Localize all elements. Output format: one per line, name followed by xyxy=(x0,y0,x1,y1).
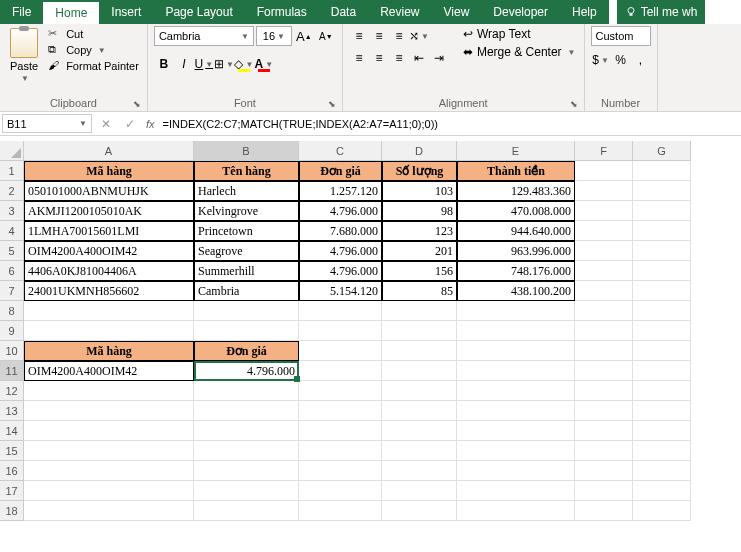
cell[interactable]: 123 xyxy=(382,221,457,241)
cell[interactable] xyxy=(457,381,575,401)
cell[interactable] xyxy=(299,321,382,341)
increase-indent-button[interactable]: ⇥ xyxy=(429,48,449,68)
col-header[interactable]: B xyxy=(194,141,299,161)
cell[interactable]: 201 xyxy=(382,241,457,261)
cell[interactable] xyxy=(24,501,194,521)
cell[interactable] xyxy=(457,321,575,341)
cell[interactable]: 156 xyxy=(382,261,457,281)
cell[interactable] xyxy=(24,461,194,481)
cell[interactable] xyxy=(382,341,457,361)
cell[interactable] xyxy=(299,401,382,421)
cell[interactable]: OIM4200A400OIM42 xyxy=(24,241,194,261)
wrap-text-button[interactable]: ↩Wrap Text xyxy=(461,26,578,42)
cell[interactable] xyxy=(575,321,633,341)
cell[interactable]: Seagrove xyxy=(194,241,299,261)
comma-format-button[interactable]: , xyxy=(631,50,651,70)
tab-data[interactable]: Data xyxy=(319,0,368,24)
cell[interactable] xyxy=(194,401,299,421)
row-header[interactable]: 5 xyxy=(0,241,24,261)
cell[interactable] xyxy=(633,261,691,281)
cell[interactable]: 1LMHA70015601LMI xyxy=(24,221,194,241)
dialog-launcher-icon[interactable]: ⬊ xyxy=(570,99,578,109)
cell[interactable] xyxy=(382,361,457,381)
cell[interactable]: AKMJI1200105010AK xyxy=(24,201,194,221)
row-header[interactable]: 2 xyxy=(0,181,24,201)
cell[interactable] xyxy=(457,421,575,441)
cell[interactable] xyxy=(382,441,457,461)
cell[interactable]: OIM4200A400OIM42 xyxy=(24,361,194,381)
cell[interactable] xyxy=(633,381,691,401)
cell[interactable] xyxy=(633,481,691,501)
cell[interactable]: 438.100.200 xyxy=(457,281,575,301)
enter-formula-button[interactable]: ✓ xyxy=(118,117,142,131)
cell[interactable] xyxy=(457,441,575,461)
copy-button[interactable]: ⧉Copy▼ xyxy=(46,42,141,58)
cell[interactable] xyxy=(575,161,633,181)
cell[interactable]: 85 xyxy=(382,281,457,301)
cell[interactable] xyxy=(575,241,633,261)
cell[interactable] xyxy=(633,461,691,481)
cancel-formula-button[interactable]: ✕ xyxy=(94,117,118,131)
cell[interactable]: 129.483.360 xyxy=(457,181,575,201)
cell[interactable] xyxy=(575,201,633,221)
merge-center-button[interactable]: ⬌Merge & Center▼ xyxy=(461,44,578,60)
cell[interactable] xyxy=(299,461,382,481)
percent-format-button[interactable]: % xyxy=(611,50,631,70)
cell[interactable] xyxy=(575,221,633,241)
align-left-button[interactable]: ≡ xyxy=(349,48,369,68)
cell[interactable] xyxy=(633,201,691,221)
cell[interactable] xyxy=(575,361,633,381)
cell[interactable] xyxy=(575,481,633,501)
tab-insert[interactable]: Insert xyxy=(99,0,153,24)
row-header[interactable]: 14 xyxy=(0,421,24,441)
cell[interactable] xyxy=(382,421,457,441)
cell[interactable] xyxy=(194,301,299,321)
row-header[interactable]: 4 xyxy=(0,221,24,241)
bold-button[interactable]: B xyxy=(154,54,174,74)
cell[interactable] xyxy=(299,381,382,401)
cell[interactable] xyxy=(457,301,575,321)
cell[interactable]: 748.176.000 xyxy=(457,261,575,281)
dialog-launcher-icon[interactable]: ⬊ xyxy=(133,99,141,109)
align-top-button[interactable]: ≡ xyxy=(349,26,369,46)
cell[interactable] xyxy=(457,341,575,361)
row-header[interactable]: 12 xyxy=(0,381,24,401)
cell[interactable]: 4.796.000 xyxy=(299,261,382,281)
tab-review[interactable]: Review xyxy=(368,0,431,24)
cell[interactable] xyxy=(575,461,633,481)
cell[interactable]: 470.008.000 xyxy=(457,201,575,221)
cell[interactable] xyxy=(457,461,575,481)
cell[interactable]: Đơn giá xyxy=(194,341,299,361)
tab-file[interactable]: File xyxy=(0,0,43,24)
tab-developer[interactable]: Developer xyxy=(481,0,560,24)
row-header[interactable]: 10 xyxy=(0,341,24,361)
name-box[interactable]: B11▼ xyxy=(2,114,92,133)
row-header[interactable]: 15 xyxy=(0,441,24,461)
fill-color-button[interactable]: ◇▼ xyxy=(234,54,254,74)
cell[interactable] xyxy=(633,221,691,241)
row-header[interactable]: 17 xyxy=(0,481,24,501)
cell[interactable] xyxy=(299,501,382,521)
tab-page-layout[interactable]: Page Layout xyxy=(153,0,244,24)
font-size-combo[interactable]: 16▼ xyxy=(256,26,292,46)
tell-me-search[interactable]: Tell me wh xyxy=(617,0,706,24)
number-format-combo[interactable]: Custom xyxy=(591,26,651,46)
worksheet-grid[interactable]: 1 2 3 4 5 6 7 8 9 10 11 12 13 14 15 16 1… xyxy=(0,141,741,552)
accounting-format-button[interactable]: $▼ xyxy=(591,50,611,70)
cell[interactable] xyxy=(24,321,194,341)
cell[interactable] xyxy=(24,401,194,421)
cell[interactable] xyxy=(457,481,575,501)
tab-home[interactable]: Home xyxy=(43,0,99,24)
cell[interactable]: 98 xyxy=(382,201,457,221)
cell[interactable]: Đơn giá xyxy=(299,161,382,181)
cell[interactable] xyxy=(575,181,633,201)
cell[interactable]: Mã hàng xyxy=(24,161,194,181)
orientation-button[interactable]: ⤭▼ xyxy=(409,26,429,46)
cell[interactable] xyxy=(382,381,457,401)
cell[interactable] xyxy=(633,241,691,261)
align-center-button[interactable]: ≡ xyxy=(369,48,389,68)
col-header[interactable]: G xyxy=(633,141,691,161)
cell[interactable]: 963.996.000 xyxy=(457,241,575,261)
cell[interactable] xyxy=(633,301,691,321)
cell[interactable]: Thành tiền xyxy=(457,161,575,181)
